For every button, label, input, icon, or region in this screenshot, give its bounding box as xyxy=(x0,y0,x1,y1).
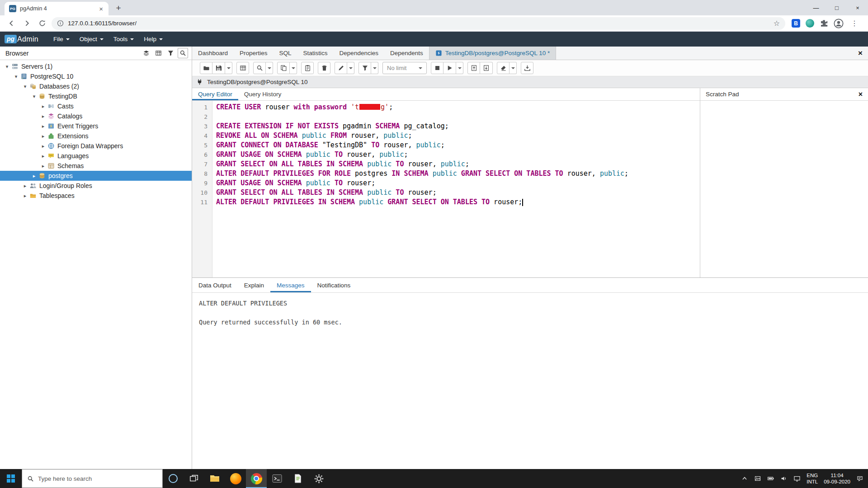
tree-item-postgres[interactable]: ▸postgres xyxy=(0,171,192,181)
chevron-right-icon[interactable]: ▸ xyxy=(40,103,47,109)
chevron-right-icon[interactable]: ▸ xyxy=(40,143,47,149)
filter-dropdown-button[interactable] xyxy=(371,62,378,74)
code-line[interactable]: 10GRANT SELECT ON ALL TABLES IN SCHEMA p… xyxy=(192,188,700,197)
browser-menu-icon[interactable]: ⋮ xyxy=(849,19,860,28)
chevron-right-icon[interactable]: ▸ xyxy=(22,193,28,199)
taskbar-search[interactable]: Type here to search xyxy=(22,469,163,488)
taskbar-app-file-explorer-icon[interactable] xyxy=(204,469,225,488)
reload-button[interactable] xyxy=(36,18,48,29)
copy-dropdown-button[interactable] xyxy=(290,62,297,74)
chevron-right-icon[interactable]: ▸ xyxy=(40,133,47,139)
execute-query-button[interactable] xyxy=(443,62,456,74)
tab-dashboard[interactable]: Dashboard xyxy=(192,47,234,60)
start-button[interactable] xyxy=(0,469,22,488)
chevron-right-icon[interactable]: ▸ xyxy=(22,183,28,189)
speaker-icon[interactable] xyxy=(780,475,788,482)
language-indicator[interactable]: ENG INTL xyxy=(807,472,818,485)
menu-file[interactable]: File xyxy=(48,32,75,47)
tree-item-casts[interactable]: ▸Casts xyxy=(0,101,192,111)
taskbar-app-task-view[interactable] xyxy=(184,469,204,488)
tree-item-testingdb[interactable]: ▾TestingDB xyxy=(0,91,192,101)
extension-b-icon[interactable]: B xyxy=(792,19,800,28)
new-tab-button[interactable]: + xyxy=(112,2,125,14)
commit-button[interactable] xyxy=(467,62,480,74)
copy-button[interactable] xyxy=(277,62,290,74)
close-window-button[interactable]: × xyxy=(847,0,868,15)
code-line[interactable]: 8ALTER DEFAULT PRIVILEGES FOR ROLE postg… xyxy=(192,169,700,178)
code-line[interactable]: 1CREATE USER rouser with password 'tg'; xyxy=(192,103,700,112)
tree-item-schemas[interactable]: ▸Schemas xyxy=(0,161,192,171)
code-line[interactable]: 11ALTER DEFAULT PRIVILEGES IN SCHEMA pub… xyxy=(192,197,700,207)
tab-explain[interactable]: Explain xyxy=(238,278,270,292)
tab-query-tool-active[interactable]: TestingDB/postgres@PostgreSQL 10 * xyxy=(429,47,557,60)
taskbar-app-firefox-icon[interactable] xyxy=(225,469,246,488)
extension-globe-icon[interactable] xyxy=(806,19,814,28)
tab-query-history[interactable]: Query History xyxy=(238,88,288,100)
tab-properties[interactable]: Properties xyxy=(234,47,274,60)
execute-query-dropdown-button[interactable] xyxy=(456,62,463,74)
save-file-button[interactable] xyxy=(212,62,225,74)
edit-grid-button[interactable] xyxy=(236,62,249,74)
action-center-icon[interactable] xyxy=(856,475,863,482)
code-line[interactable]: 2 xyxy=(192,112,700,122)
clear-button[interactable] xyxy=(497,62,509,74)
taskbar-app-settings-icon[interactable] xyxy=(308,469,329,488)
clock[interactable]: 11:04 09-09-2020 xyxy=(824,472,850,485)
taskbar-app-terminal-icon[interactable] xyxy=(267,469,288,488)
tree-item-extensions[interactable]: ▸Extensions xyxy=(0,131,192,141)
close-panel-icon[interactable]: × xyxy=(853,47,868,60)
code-line[interactable]: 6GRANT USAGE ON SCHEMA public TO rouser,… xyxy=(192,150,700,160)
chevron-right-icon[interactable]: ▸ xyxy=(40,153,47,159)
tab-statistics[interactable]: Statistics xyxy=(297,47,334,60)
sql-editor[interactable]: 1CREATE USER rouser with password 'tg';2… xyxy=(192,101,700,277)
tab-data-output[interactable]: Data Output xyxy=(192,278,238,292)
code-line[interactable]: 5GRANT CONNECT ON DATABASE "TestingDB" T… xyxy=(192,141,700,150)
scratch-pad-body[interactable] xyxy=(700,101,868,277)
rollback-button[interactable] xyxy=(480,62,493,74)
edit-options-dropdown-button[interactable] xyxy=(347,62,354,74)
chevron-right-icon[interactable]: ▸ xyxy=(40,163,47,169)
url-bar[interactable]: 127.0.0.1:60115/browser/ ☆ xyxy=(52,17,785,30)
tree-item-foreign-data-wrappers[interactable]: ▸Foreign Data Wrappers xyxy=(0,141,192,151)
tree-item-databases-2[interactable]: ▾Databases (2) xyxy=(0,81,192,91)
tree-item-tablespaces[interactable]: ▸Tablespaces xyxy=(0,191,192,201)
find-dropdown-button[interactable] xyxy=(266,62,273,74)
code-line[interactable]: 4REVOKE ALL ON SCHEMA public FROM rouser… xyxy=(192,131,700,141)
extensions-puzzle-icon[interactable] xyxy=(820,19,828,28)
back-button[interactable] xyxy=(5,18,17,29)
tree-item-servers-1[interactable]: ▾Servers (1) xyxy=(0,61,192,71)
open-file-button[interactable] xyxy=(200,62,212,74)
tree-item-languages[interactable]: ▸Languages xyxy=(0,151,192,161)
save-file-dropdown-button[interactable] xyxy=(225,62,232,74)
bookmark-star-icon[interactable]: ☆ xyxy=(774,19,780,28)
collapse-browser-tree-button[interactable] xyxy=(141,48,151,58)
row-limit-select[interactable]: No limit xyxy=(382,62,427,74)
tab-sql[interactable]: SQL xyxy=(274,47,297,60)
taskbar-app-chrome-icon[interactable] xyxy=(246,469,267,488)
tab-messages[interactable]: Messages xyxy=(270,278,311,292)
chevron-up-icon[interactable] xyxy=(741,475,748,482)
menu-help[interactable]: Help xyxy=(139,32,168,47)
code-line[interactable]: 3CREATE EXTENSION IF NOT EXISTS pgadmin … xyxy=(192,122,700,131)
find-button[interactable] xyxy=(253,62,266,74)
view-properties-grid-button[interactable] xyxy=(153,48,164,58)
search-browser-tree-button[interactable] xyxy=(178,48,188,58)
chevron-right-icon[interactable]: ▸ xyxy=(40,123,47,129)
tab-close-icon[interactable]: × xyxy=(98,5,104,12)
tree-item-login-group-roles[interactable]: ▸Login/Group Roles xyxy=(0,181,192,191)
delete-row-button[interactable] xyxy=(318,62,330,74)
tree-item-event-triggers[interactable]: ▸Event Triggers xyxy=(0,121,192,131)
chevron-down-icon[interactable]: ▾ xyxy=(4,64,10,70)
clear-dropdown-button[interactable] xyxy=(509,62,517,74)
code-line[interactable]: 7GRANT SELECT ON ALL TABLES IN SCHEMA pu… xyxy=(192,160,700,169)
monitor-icon[interactable] xyxy=(793,475,801,482)
taskbar-app-cortana[interactable] xyxy=(163,469,184,488)
tab-dependents[interactable]: Dependents xyxy=(384,47,429,60)
chevron-down-icon[interactable]: ▾ xyxy=(31,94,38,99)
chevron-down-icon[interactable]: ▾ xyxy=(13,74,19,80)
profile-avatar-icon[interactable] xyxy=(834,19,844,28)
edit-options-button[interactable] xyxy=(335,62,347,74)
code-line[interactable]: 9GRANT USAGE ON SCHEMA public TO rouser; xyxy=(192,178,700,188)
site-info-icon[interactable] xyxy=(57,20,64,27)
forward-button[interactable] xyxy=(21,18,33,29)
